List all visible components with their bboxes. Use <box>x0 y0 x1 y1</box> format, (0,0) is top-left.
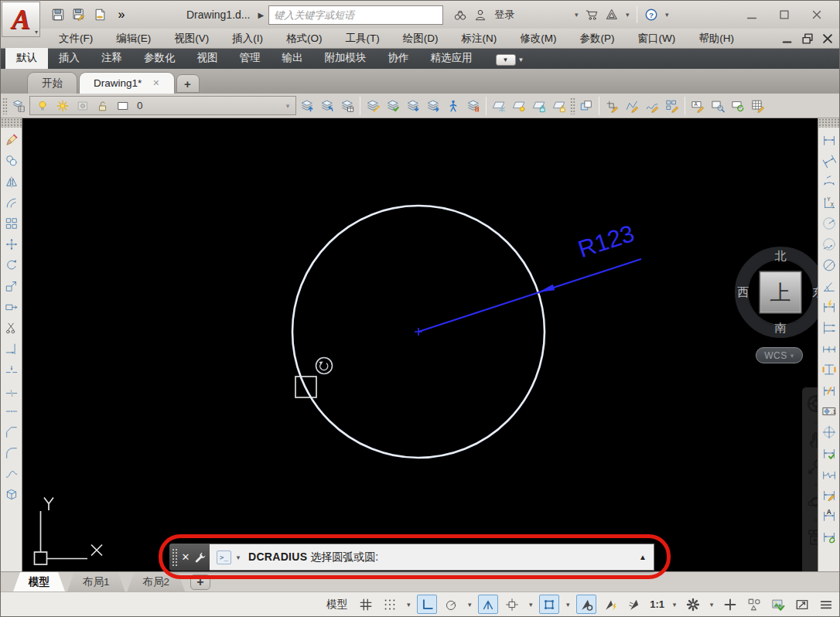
dim-update-icon[interactable] <box>819 526 839 547</box>
ribbon-tab-协作[interactable]: 协作 <box>377 48 420 69</box>
dim-break-icon[interactable] <box>819 380 839 401</box>
menu-item[interactable]: 标注(N) <box>450 29 509 48</box>
isolate-icon[interactable] <box>744 595 764 614</box>
chevron-down-icon[interactable]: ▾ <box>670 601 679 608</box>
zoom-icon[interactable] <box>807 457 818 479</box>
win-close-icon[interactable] <box>801 4 833 26</box>
win-min-icon[interactable] <box>736 4 768 26</box>
ribbon-tab-插入[interactable]: 插入 <box>48 48 90 69</box>
radius-dimension[interactable]: R123 <box>415 220 641 336</box>
sync-attributes-icon[interactable] <box>729 97 747 115</box>
chevron-down-icon[interactable]: ▾ <box>623 11 632 19</box>
command-input-area[interactable]: >_ ▾ DCRADIUS 选择圆弧或圆: ▲ <box>210 544 654 571</box>
doc-min-icon[interactable] <box>780 32 794 46</box>
trim-icon[interactable] <box>2 317 22 338</box>
bulb-icon[interactable] <box>33 97 52 115</box>
chevron-down-icon[interactable]: ▾ <box>563 601 572 608</box>
ribbon-tab-输出[interactable]: 输出 <box>271 48 314 69</box>
layout-tab-布局2[interactable]: 布局2 <box>128 572 186 591</box>
dim-quick-icon[interactable] <box>819 296 839 317</box>
file-tab[interactable]: 开始 <box>27 72 77 94</box>
menu-item[interactable]: 视图(V) <box>162 29 220 48</box>
blend-icon[interactable] <box>2 463 22 484</box>
exchange-apps-icon[interactable] <box>603 5 621 24</box>
chamfer-icon[interactable] <box>2 421 22 442</box>
layout-tab-模型[interactable]: 模型 <box>13 572 65 591</box>
osnap-icon[interactable] <box>539 595 559 614</box>
dim-linear-icon[interactable] <box>819 129 839 150</box>
edit-clip-icon[interactable] <box>603 97 621 115</box>
gear-icon[interactable] <box>683 595 703 614</box>
menu-item[interactable]: 格式(O) <box>275 29 334 48</box>
swatch-icon[interactable] <box>114 97 132 115</box>
toolbar-grip[interactable] <box>1 118 22 128</box>
plot-icon[interactable] <box>90 5 109 24</box>
graphics-icon[interactable] <box>768 595 788 614</box>
join-icon[interactable] <box>2 401 22 421</box>
layer-copy-icon[interactable] <box>424 97 442 115</box>
menu-item[interactable]: 绘图(D) <box>391 29 450 48</box>
save-icon[interactable] <box>49 5 67 24</box>
chevron-down-icon[interactable]: ▾ <box>707 601 716 608</box>
dim-inspect-icon[interactable] <box>819 442 839 463</box>
pan-hand-icon[interactable] <box>807 431 818 452</box>
doc-restore-icon[interactable] <box>801 32 814 46</box>
menu-item[interactable]: 窗口(W) <box>627 29 688 48</box>
chevron-down-icon[interactable]: ▾ <box>811 519 818 523</box>
menu-item[interactable]: 编辑(E) <box>104 29 162 48</box>
quick-access-expand-icon[interactable]: » <box>112 5 131 24</box>
app-store-cart-icon[interactable] <box>582 5 601 24</box>
sun-icon[interactable] <box>53 97 72 115</box>
layer-unisolate-icon[interactable] <box>404 97 422 115</box>
viewcube-south[interactable]: 南 <box>775 321 787 336</box>
new-drawing-tab-button[interactable]: + <box>176 74 200 93</box>
layer-match-icon[interactable] <box>364 97 382 115</box>
chevron-down-icon[interactable]: ▾ <box>234 554 243 561</box>
dim-baseline-icon[interactable] <box>819 317 839 338</box>
break-icon[interactable] <box>2 380 22 401</box>
offset-icon[interactable] <box>2 192 22 213</box>
chevron-down-icon[interactable]: ▾ <box>404 601 413 608</box>
dim-arc-length-icon[interactable] <box>819 171 839 192</box>
layer-isolate-icon[interactable] <box>384 97 402 115</box>
annot-vis-icon[interactable] <box>576 595 596 614</box>
dim-jogged-icon[interactable] <box>819 234 839 254</box>
edit-attribute-icon[interactable]: A <box>688 97 707 115</box>
application-menu-button[interactable]: A ▾ <box>2 2 40 37</box>
dim-edit-icon[interactable] <box>819 484 839 505</box>
menu-item[interactable]: 文件(F) <box>47 29 104 48</box>
dim-center-mark-icon[interactable] <box>819 421 839 442</box>
close-icon[interactable]: ✕ <box>182 551 190 563</box>
model-space-label[interactable]: 模型 <box>326 598 347 612</box>
extend-icon[interactable] <box>2 338 22 359</box>
grip-handle[interactable] <box>570 97 575 114</box>
layer-previous-icon[interactable] <box>318 97 336 115</box>
toolbar-grip[interactable] <box>818 118 839 128</box>
dim-angular-icon[interactable] <box>819 275 839 296</box>
edit-polyline-icon[interactable] <box>623 97 641 115</box>
annot-auto-icon[interactable] <box>600 595 620 614</box>
search-icon[interactable] <box>451 5 470 24</box>
chevron-down-icon[interactable]: ▼ <box>518 56 524 63</box>
chevron-down-icon[interactable]: ▾ <box>662 11 671 19</box>
move-icon[interactable] <box>2 234 22 254</box>
copy-nested-icon[interactable] <box>577 97 596 115</box>
layer-freeze-icon[interactable] <box>490 97 508 115</box>
search-input[interactable] <box>268 5 443 25</box>
layer-states-icon[interactable] <box>338 97 357 115</box>
dim-tolerance-icon[interactable]: .1 <box>819 401 839 421</box>
dim-continue-icon[interactable] <box>819 338 839 359</box>
explode-icon[interactable] <box>2 484 22 505</box>
isodraft-icon[interactable] <box>478 595 498 614</box>
dim-radius-icon[interactable] <box>819 213 839 234</box>
fillet-icon[interactable] <box>2 442 22 463</box>
ribbon-tab-参数化[interactable]: 参数化 <box>133 48 186 69</box>
polar-icon[interactable] <box>441 595 461 614</box>
array-icon[interactable] <box>2 213 22 234</box>
layer-walk-icon[interactable] <box>444 97 463 115</box>
grip-handle[interactable] <box>2 97 8 114</box>
vp-sun-icon[interactable] <box>73 97 92 115</box>
plus-big-icon[interactable] <box>720 595 740 614</box>
show-motion-icon[interactable] <box>807 528 818 550</box>
dim-jog-line-icon[interactable] <box>819 463 839 484</box>
